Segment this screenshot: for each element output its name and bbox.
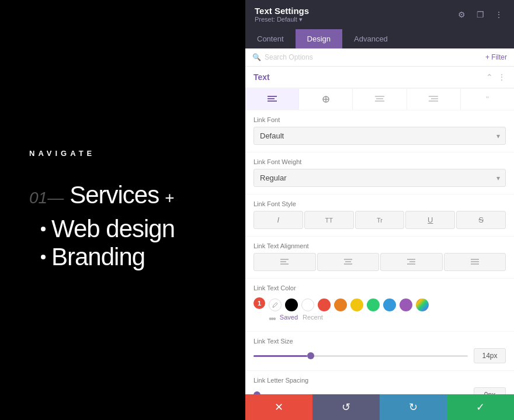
svg-rect-18 [344, 263, 352, 265]
align-left-button[interactable] [253, 253, 316, 271]
section-header: Text ⌃ ⋮ [245, 67, 514, 88]
link-text-color-label: Link Text Color [253, 284, 506, 291]
link-font-select[interactable]: Default [253, 127, 506, 145]
link-letter-spacing-label: Link Letter Spacing [253, 377, 506, 384]
text-align-buttons [253, 253, 506, 271]
bullet-item-2: Branding [41, 243, 222, 271]
color-swatches [269, 298, 429, 311]
panel-content: Text ⌃ ⋮ " Link Fo [245, 67, 514, 394]
tabs-row: Content Design Advanced [245, 29, 514, 48]
recent-link[interactable]: Recent [303, 314, 323, 324]
strikethrough-button[interactable]: S [456, 211, 506, 229]
title-case-button[interactable]: Tr [355, 211, 405, 229]
letter-spacing-value[interactable]: 0px [474, 387, 506, 394]
text-size-thumb[interactable] [307, 352, 314, 359]
text-size-slider-row: 14px [253, 348, 506, 363]
text-size-value[interactable]: 14px [474, 348, 506, 363]
color-white[interactable] [301, 298, 314, 311]
filter-button[interactable]: + Filter [485, 53, 507, 61]
align-center-button[interactable] [317, 253, 380, 271]
search-icon: 🔍 [252, 53, 261, 61]
color-purple[interactable] [400, 298, 412, 311]
tab-advanced[interactable]: Advanced [342, 29, 400, 48]
svg-rect-0 [268, 96, 277, 97]
color-picker-button[interactable] [269, 298, 282, 311]
save-button[interactable]: ✓ [447, 394, 514, 420]
color-gradient-picker[interactable] [416, 298, 429, 311]
bullet-dot [41, 227, 46, 231]
svg-rect-7 [375, 96, 384, 97]
settings-icon[interactable]: ⚙ [454, 8, 468, 22]
align-btn-1[interactable] [245, 89, 299, 110]
section-more-icon[interactable]: ⋮ [498, 72, 506, 82]
undo-button[interactable]: ↺ [312, 394, 380, 420]
search-input-area: 🔍 Search Options [252, 53, 313, 61]
section-collapse-icon[interactable]: ⌃ [486, 72, 493, 82]
tab-design[interactable]: Design [296, 29, 342, 48]
link-font-weight-label: Link Font Weight [253, 158, 506, 165]
svg-rect-12 [429, 100, 438, 102]
svg-rect-21 [407, 263, 415, 265]
svg-rect-13 [280, 259, 289, 260]
align-btn-5[interactable]: " [461, 89, 514, 110]
svg-rect-20 [409, 261, 415, 262]
cancel-button[interactable]: ✕ [245, 394, 312, 420]
section-title: Text [253, 72, 270, 82]
color-yellow[interactable] [350, 298, 363, 311]
redo-button[interactable]: ↻ [380, 394, 447, 420]
bottom-bar: ✕ ↺ ↻ ✓ [245, 394, 514, 420]
color-blue[interactable] [383, 298, 396, 311]
svg-rect-9 [375, 100, 384, 102]
tab-content[interactable]: Content [245, 29, 296, 48]
link-text-color-field: Link Text Color 1 [245, 279, 514, 331]
color-black[interactable] [285, 298, 298, 311]
text-size-track [253, 355, 468, 357]
svg-rect-24 [471, 263, 479, 265]
left-panel: NAVIGATE 01— Services + Web design Brand… [0, 0, 245, 420]
align-justify-button[interactable] [444, 253, 506, 271]
bullet-item-1: Web design [41, 215, 222, 243]
section-actions: ⌃ ⋮ [486, 72, 506, 82]
svg-rect-16 [344, 259, 352, 260]
panel-title-actions: ⚙ ❐ ⋮ [454, 8, 506, 22]
panel-title-group: Text Settings Preset: Default ▾ [255, 6, 309, 23]
underline-button[interactable]: U [405, 211, 455, 229]
color-red[interactable] [318, 298, 331, 311]
window-icon[interactable]: ❐ [473, 8, 487, 22]
bullet-dot-2 [41, 255, 46, 259]
align-row: " [245, 89, 514, 110]
link-font-style-field: Link Font Style I TT Tr U S [245, 195, 514, 236]
svg-rect-8 [376, 98, 383, 99]
menu-title: Services [70, 181, 159, 209]
align-right-button[interactable] [380, 253, 443, 271]
more-dots[interactable]: ••• [269, 314, 275, 324]
italic-button[interactable]: I [253, 211, 303, 229]
align-btn-2[interactable] [299, 89, 353, 110]
navigate-label: NAVIGATE [29, 149, 222, 158]
search-bar: 🔍 Search Options + Filter [245, 48, 514, 67]
svg-rect-22 [471, 259, 479, 260]
link-font-weight-select-wrapper: Regular [253, 169, 506, 187]
svg-rect-11 [431, 98, 438, 99]
panel-preset: Preset: Default ▾ [255, 16, 309, 23]
color-orange[interactable] [334, 298, 347, 311]
text-size-fill [253, 355, 307, 357]
link-font-weight-select[interactable]: Regular [253, 169, 506, 187]
link-text-size-field: Link Text Size 14px [245, 332, 514, 370]
align-btn-3[interactable] [353, 89, 407, 110]
panel-title: Text Settings [255, 6, 309, 16]
svg-rect-23 [471, 261, 479, 262]
more-icon[interactable]: ⋮ [492, 8, 506, 22]
panel-header: Text Settings Preset: Default ▾ ⚙ ❐ ⋮ [245, 0, 514, 29]
color-green[interactable] [367, 298, 380, 311]
link-font-field: Link Font Default [245, 110, 514, 152]
saved-link[interactable]: Saved [280, 314, 298, 324]
align-btn-4[interactable] [407, 89, 461, 110]
settings-panel: Text Settings Preset: Default ▾ ⚙ ❐ ⋮ Co… [245, 0, 514, 420]
letter-spacing-thumb[interactable] [253, 391, 261, 394]
link-font-label: Link Font [253, 116, 506, 123]
menu-plus: + [165, 189, 174, 207]
link-font-weight-field: Link Font Weight Regular [245, 152, 514, 194]
search-placeholder: Search Options [265, 53, 313, 61]
all-caps-button[interactable]: TT [304, 211, 354, 229]
